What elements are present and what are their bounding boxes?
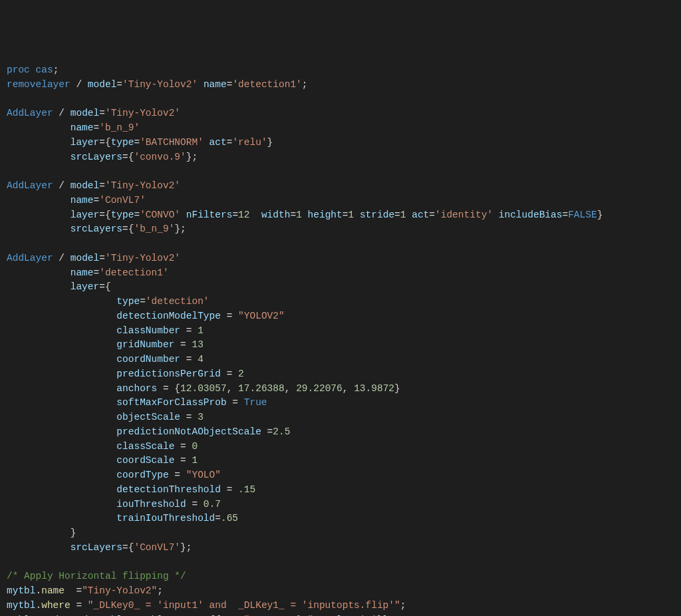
code-line: layer={ — [7, 281, 111, 292]
code-line: detectionModelType = "YOLOV2" — [7, 311, 285, 321]
code-line: removelayer / model='Tiny-Yolov2' name='… — [7, 79, 308, 90]
code-line: softMaxForClassProb = True — [7, 397, 267, 408]
code-line: AddLayer / model='Tiny-Yolov2' — [7, 253, 180, 263]
code-line: } — [7, 528, 76, 538]
code-line: objectScale = 3 — [7, 412, 204, 422]
code-line: mytbl.name ="Tiny-Yolov2"; — [7, 585, 163, 596]
code-line: coordScale = 1 — [7, 455, 198, 466]
code-line: AddLayer / model='Tiny-Yolov2' — [7, 108, 180, 118]
code-line: classNumber = 1 — [7, 325, 204, 336]
code-line: coordType = "YOLO" — [7, 470, 221, 480]
code-line: layer={type='BATCHNORM' act='relu'} — [7, 137, 273, 148]
code-line: srcLayers={'convo.9'}; — [7, 152, 198, 162]
code-line: layer={type='CONVO' nFilters=12 width=1 … — [7, 210, 603, 220]
code-line: name='ConVL7' — [7, 195, 146, 206]
code-line: proc cas; — [7, 65, 59, 75]
code-line: trainIouThreshold=.65 — [7, 513, 238, 524]
code-line: classScale = 0 — [7, 441, 198, 452]
code-line: mytbl.where = "_DLKey0_ = 'input1' and _… — [7, 600, 406, 611]
code-line: name='b_n_9' — [7, 122, 140, 133]
code-line: iouThreshold = 0.7 — [7, 499, 221, 510]
code-line: name='detection1' — [7, 267, 169, 278]
code-line: AddLayer / model='Tiny-Yolov2' — [7, 180, 180, 191]
code-line: srcLayers={'b_n_9'}; — [7, 224, 186, 234]
code-line: detectionThreshold = .15 — [7, 484, 255, 495]
code-line: gridNumber = 13 — [7, 339, 204, 350]
code-line: type='detection' — [7, 296, 209, 307]
code-line: predictionsPerGrid = 2 — [7, 369, 244, 379]
code-line: coordNumber = 4 — [7, 354, 204, 365]
code-editor[interactable]: proc cas; removelayer / model='Tiny-Yolo… — [7, 63, 674, 616]
code-line: anchors = {12.03057, 17.26388, 29.22076,… — [7, 383, 400, 394]
code-line: srcLayers={'ConVL7'}; — [7, 542, 192, 553]
code-line: /* Apply Horizontal flipping */ — [7, 571, 186, 581]
code-line: predictionNotAObjectScale =2.5 — [7, 426, 290, 437]
